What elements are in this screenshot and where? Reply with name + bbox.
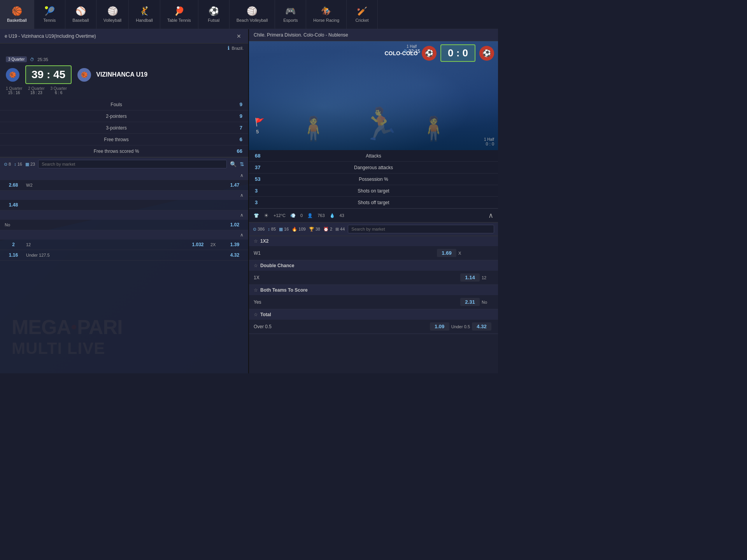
score-separator: : [47,68,53,80]
right-stat-shots-off: 3 Shots off target [249,197,498,208]
bet-odds-4b[interactable]: 1.032 [189,242,207,247]
tennis-label: Tennis [43,18,56,23]
nav-item-futsal[interactable]: ⚽ Futsal [198,0,230,29]
left-panel: e U19 - Vizinhanca U19(Including Overtim… [0,29,249,373]
corners-count: 43 [340,213,344,218]
bet-section-5: 1.16 Under 127.5 4.32 [0,250,248,261]
filter-icon[interactable]: ⇅ [240,161,244,167]
nav-item-handball[interactable]: 🤾 Handball [129,0,160,29]
beach-volleyball-label: Beach Volleyball [237,18,268,23]
table-tennis-label: Table Tennis [167,18,191,23]
collapse-stats-button[interactable]: ∧ [488,211,493,220]
nav-item-basketball[interactable]: 🏀 Basketball [0,0,34,29]
rbet-odds-over[interactable]: 1.09 [430,322,449,331]
nav-item-cricket[interactable]: 🏏 Cricket [347,0,378,29]
rbet-odds-under[interactable]: 4.32 [472,322,491,331]
left-stats-table: Fouls 9 2-pointers 9 3-pointers 7 Free t… [0,99,248,157]
bet-odds-5b[interactable]: 4.32 [226,252,244,258]
rbet-header-btts: ☆ Both Teams To Score [249,285,498,295]
rbet-type-x: X [458,251,470,256]
bet-odds-4a[interactable]: 2 [5,242,22,247]
rbet-count-3: ▦ 16 [279,227,289,232]
horse-racing-label: Horse Racing [313,18,339,23]
player-silhouette-1: 🧍 [299,115,328,142]
nav-item-beach-volleyball[interactable]: 🏐 Beach Volleyball [230,0,275,29]
stat-label: 2-pointers [6,114,227,119]
rbet-count-7: ⊞ 44 [335,227,345,232]
search-icon[interactable]: 🔍 [230,161,237,167]
nav-item-horse-racing[interactable]: 🏇 Horse Racing [306,0,347,29]
left-match-header: e U19 - Vizinhanca U19(Including Overtim… [0,29,248,44]
rbet-label-w1: W1 [254,250,435,256]
team1-score: 39 [32,68,44,80]
right-search-market-input[interactable] [348,225,494,233]
bet-label-4a: 12 [26,242,185,247]
nav-item-tennis[interactable]: 🎾 Tennis [34,0,65,29]
nav-item-volleyball[interactable]: 🏐 Volleyball [96,0,129,29]
right-team1-score: 0 [448,47,453,59]
rbet-odds-1x[interactable]: 1.14 [460,273,480,282]
spectator-icon: 👤 [307,213,313,218]
close-button[interactable]: ✕ [234,32,244,40]
bet-odds-2b[interactable]: 1.48 [5,202,22,208]
volleyball-label: Volleyball [103,18,121,23]
futsal-label: Futsal [208,18,219,23]
right-score-overlay: COLO-COLO ⚽ 0 : 0 ⚽ [384,44,494,62]
rbet-header-total: ☆ Total [249,310,498,320]
nav-item-esports[interactable]: 🎮 Esports [275,0,306,29]
bet-count-3: ▦ 23 [25,162,35,167]
left-search-market-input[interactable] [38,160,227,168]
rbet-header-double-chance: ☆ Double Chance [249,261,498,271]
handball-label: Handball [136,18,153,23]
rbet-odds-x[interactable] [472,252,491,254]
rbet-star-total[interactable]: ☆ [254,312,258,317]
rbet-section-1x2: ☆ 1X2 W1 1.69 X [249,236,498,261]
right-match-info-bar: 👕 ☀ +12°C 💨 0 👤 763 💧 43 ∧ [249,208,498,222]
cricket-icon: 🏏 [357,6,367,16]
nublense-logo: ⚽ [479,46,494,61]
right-half-label: 1 Half [403,44,420,49]
bet-odds-3b[interactable]: 1.02 [226,222,244,228]
spectators: 763 [317,213,324,218]
bet-odds-4c[interactable]: 1.39 [226,242,244,247]
stat-label: 3-pointers [6,125,227,131]
rbet-title-total: Total [260,312,271,317]
quarter-scores: 1 Quarter15 : 162 Quarter18 : 233 Quarte… [6,86,242,95]
basketball-label: Basketball [7,18,27,23]
rbet-odds-w1[interactable]: 1.69 [437,249,456,257]
rbet-odds-yes[interactable]: 2.31 [460,298,480,306]
bet-type-4: 2X [210,242,222,247]
esports-icon: 🎮 [285,6,296,16]
rs-label-possession: Possession % [274,177,473,182]
bet-odds-5a[interactable]: 1.16 [5,252,22,258]
collapse-icon-4[interactable]: ∧ [240,232,244,238]
collapse-icon-1[interactable]: ∧ [240,173,244,178]
rbet-star-btts[interactable]: ☆ [254,287,258,293]
collapse-icon-3[interactable]: ∧ [240,212,244,218]
baseball-icon: ⚾ [75,6,86,16]
bet-odds-row-5: 1.16 Under 127.5 4.32 [0,250,248,260]
stat-row: 2-pointers 9 [0,110,248,122]
rs-val-attacks: 68 [255,153,274,159]
nav-item-table-tennis[interactable]: 🏓 Table Tennis [160,0,198,29]
bet-odds-1b[interactable]: 1.47 [226,182,244,188]
bet-odds-1a[interactable]: 2.68 [5,182,22,188]
team2-score: 45 [53,68,65,80]
bet-section-header-3: ∧ [0,210,248,220]
collapse-icon-2[interactable]: ∧ [240,192,244,198]
quarter-score-item: 3 Quarter6 : 6 [51,86,67,95]
rbet-type-12: 12 [482,275,493,280]
right-half-score: 1 Half 0 : 0 [484,137,494,146]
bet-section-3: ∧ No 1.02 [0,210,248,230]
handball-icon: 🤾 [139,6,149,16]
bet-section-header-2: ∧ [0,191,248,200]
rbet-star-1x2[interactable]: ☆ [254,238,258,244]
rbet-star-dc[interactable]: ☆ [254,263,258,268]
rbet-row-1x2-w1: W1 1.69 X [249,246,498,260]
stat-value: 9 [227,113,242,119]
player-silhouette-2: 🏃 [361,106,400,142]
rs-val-shots-off: 3 [255,200,274,205]
nav-item-baseball[interactable]: ⚾ Baseball [65,0,96,29]
left-score-area: 3 Quarter ⏱ 25:35 🏀 39 : 45 🏀 [0,52,248,99]
rbet-count-6: ⏰ 2 [323,227,332,232]
